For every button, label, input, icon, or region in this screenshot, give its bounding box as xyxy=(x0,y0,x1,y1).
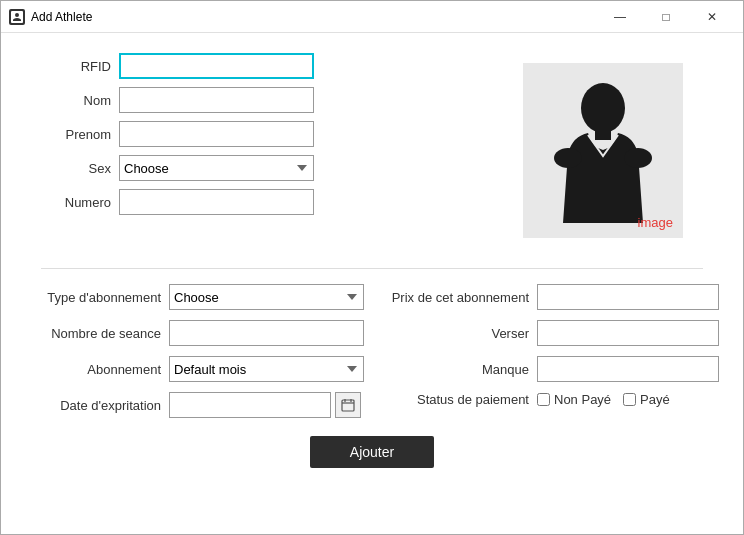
numero-label: Numero xyxy=(41,195,111,210)
nombre-seance-input[interactable] xyxy=(169,320,364,346)
paye-item: Payé xyxy=(623,392,670,407)
nombre-seance-label: Nombre de seance xyxy=(41,326,161,341)
paye-checkbox[interactable] xyxy=(623,393,636,406)
manque-row: Manque xyxy=(384,356,719,382)
divider xyxy=(41,268,703,269)
checkbox-group: Non Payé Payé xyxy=(537,392,670,407)
svg-point-1 xyxy=(581,83,625,133)
sex-row: Sex Choose Male Female xyxy=(41,155,483,181)
app-icon xyxy=(9,9,25,25)
non-paye-label: Non Payé xyxy=(554,392,611,407)
minimize-button[interactable]: — xyxy=(597,1,643,33)
abonnement-select[interactable]: Default mois xyxy=(169,356,364,382)
close-button[interactable]: ✕ xyxy=(689,1,735,33)
calendar-button[interactable] xyxy=(335,392,361,418)
date-expritation-row: Date d'expritation xyxy=(41,392,364,418)
abonnement-label: Abonnement xyxy=(41,362,161,377)
main-window: Add Athlete — □ ✕ RFID Nom xyxy=(0,0,744,535)
prix-row: Prix de cet abonnement xyxy=(384,284,719,310)
rfid-label: RFID xyxy=(41,59,111,74)
avatar-container[interactable]: image xyxy=(523,63,683,238)
nombre-seance-row: Nombre de seance xyxy=(41,320,364,346)
verser-label: Verser xyxy=(384,326,529,341)
ajouter-button[interactable]: Ajouter xyxy=(310,436,434,468)
title-bar-left: Add Athlete xyxy=(9,9,92,25)
form-content: RFID Nom Prenom Sex Choose xyxy=(1,33,743,534)
title-bar: Add Athlete — □ ✕ xyxy=(1,1,743,33)
prix-input[interactable] xyxy=(537,284,719,310)
prenom-label: Prenom xyxy=(41,127,111,142)
non-paye-item: Non Payé xyxy=(537,392,611,407)
bottom-left: Type d'abonnement Choose Nombre de seanc… xyxy=(41,284,364,418)
sex-label: Sex xyxy=(41,161,111,176)
verser-input[interactable] xyxy=(537,320,719,346)
type-abonnement-label: Type d'abonnement xyxy=(41,290,161,305)
bottom-right: Prix de cet abonnement Verser Manque Sta… xyxy=(384,284,719,418)
verser-row: Verser xyxy=(384,320,719,346)
form-left: RFID Nom Prenom Sex Choose xyxy=(41,53,483,238)
nom-row: Nom xyxy=(41,87,483,113)
rfid-input[interactable] xyxy=(119,53,314,79)
window-title: Add Athlete xyxy=(31,10,92,24)
svg-rect-2 xyxy=(595,128,611,140)
non-paye-checkbox[interactable] xyxy=(537,393,550,406)
prenom-input[interactable] xyxy=(119,121,314,147)
prenom-row: Prenom xyxy=(41,121,483,147)
nom-input[interactable] xyxy=(119,87,314,113)
maximize-button[interactable]: □ xyxy=(643,1,689,33)
top-section: RFID Nom Prenom Sex Choose xyxy=(41,53,703,238)
numero-input[interactable] xyxy=(119,189,314,215)
prix-label: Prix de cet abonnement xyxy=(384,290,529,305)
status-paiement-row: Status de paiement Non Payé Payé xyxy=(384,392,719,407)
manque-input[interactable] xyxy=(537,356,719,382)
svg-rect-5 xyxy=(342,400,354,411)
nom-label: Nom xyxy=(41,93,111,108)
abonnement-row: Abonnement Default mois xyxy=(41,356,364,382)
date-expritation-input[interactable] xyxy=(169,392,331,418)
rfid-row: RFID xyxy=(41,53,483,79)
avatar-section: image xyxy=(503,53,703,238)
image-label: image xyxy=(638,215,673,230)
paye-label: Payé xyxy=(640,392,670,407)
window-controls: — □ ✕ xyxy=(597,1,735,33)
status-paiement-label: Status de paiement xyxy=(384,392,529,407)
bottom-section: Type d'abonnement Choose Nombre de seanc… xyxy=(41,284,703,418)
button-row: Ajouter xyxy=(41,436,703,468)
avatar-svg xyxy=(538,78,668,223)
svg-point-4 xyxy=(624,148,652,168)
type-abonnement-select[interactable]: Choose xyxy=(169,284,364,310)
numero-row: Numero xyxy=(41,189,483,215)
date-expritation-label: Date d'expritation xyxy=(41,398,161,413)
svg-point-3 xyxy=(554,148,582,168)
type-abonnement-row: Type d'abonnement Choose xyxy=(41,284,364,310)
sex-select[interactable]: Choose Male Female xyxy=(119,155,314,181)
manque-label: Manque xyxy=(384,362,529,377)
